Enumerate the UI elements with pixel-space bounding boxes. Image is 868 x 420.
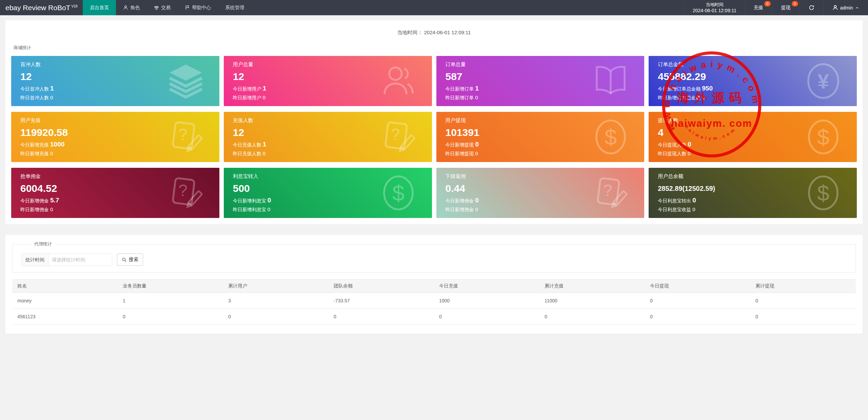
stat-line-label: 今日新增佣金 [20,198,49,203]
cell-name: money [12,293,118,309]
col-header-today-withdraw: 今日提现 [645,280,750,293]
stat-line-label: 昨日新增订单 [446,95,474,100]
col-header-total-users: 累计用户 [223,280,329,293]
cell-salesman-count: 0 [118,309,223,325]
stat-card-sub-commission: 下级返佣 0.44 今日新增佣金0 昨日新增佣金0 [436,168,645,218]
stat-card-user-recharge: 用户充值 119920.58 今日新增充值1000 昨日新增充值0 [11,112,219,162]
username: admin [840,5,853,11]
table-row: 4561123 0 0 0 0 0 0 0 [12,309,856,325]
withdraw-label: 提现 [781,5,791,11]
stat-line-value: 0 [692,197,696,204]
stat-line-label: 今日新增用户 [233,86,261,92]
cell-name: 4561123 [12,309,118,325]
stat-line-label: 昨日新增充值 [20,151,49,156]
stat-line-label: 今日利息宝收益 [658,207,691,212]
cell-total-recharge: 11000 [539,293,645,309]
stat-time-input[interactable] [48,254,112,266]
withdraw-button[interactable]: 提现 0 [772,0,800,15]
layers-icon [167,63,204,99]
nav-item-trade[interactable]: 交易 [147,0,178,15]
stat-card-first-recharge-users: 首冲人数 12 今日首冲人数1 昨日首冲人数0 [11,56,219,106]
agent-stats-fieldset: 代理统计 统计时间 搜索 [12,241,856,273]
stat-line-value: 1 [50,85,54,92]
stat-line-label: 昨日新增佣金 [20,207,49,212]
stat-card-interest-in: 利息宝转入 500 今日新增利息宝0 昨日新增利息宝0 [224,168,432,218]
stat-line-label: 昨日新增佣金 [446,207,474,212]
doc-edit-icon [380,119,417,155]
table-row: money 1 3 -733.57 1000 11000 0 0 [12,293,856,309]
stat-line-label: 今日提现人数 [658,142,686,147]
local-time-value: 2024-06-01 12:09:11 [693,7,736,14]
stat-line-value: 0 [702,95,705,100]
stat-line-value: 0 [688,151,690,156]
stat-card-withdraw-users: 提现人数 4 今日提现人数0 昨日提现人数0 [649,112,857,162]
local-time-line: 当地时间： 2024-06-01 12:09:11 [5,20,863,36]
scales-icon [154,5,159,10]
local-time-block: 当地时间 2024-06-01 12:09:11 [684,0,745,15]
doc-edit-icon [167,175,204,211]
search-button-label: 搜索 [129,257,138,263]
stat-line-value: 0 [688,141,691,148]
stat-line-label: 今日新增订单总金额 [658,86,701,92]
recharge-badge: 0 [764,1,771,6]
doc-edit-icon [592,175,629,211]
cell-total-withdraw: 0 [750,309,856,325]
stat-line-value: 0 [475,151,478,156]
col-header-name: 姓名 [12,280,118,293]
book-icon [592,63,629,99]
mall-stats-panel: 当地时间： 2024-06-01 12:09:11 商城统计 首冲人数 12 今… [5,20,863,224]
search-button[interactable]: 搜索 [117,254,143,266]
stat-card-total-users: 用户总量 12 今日新增用户1 昨日新增用户0 [224,56,432,106]
stat-line-value: 0 [263,151,265,156]
cell-total-withdraw: 0 [750,293,856,309]
nav-item-help[interactable]: 帮助中心 [178,0,218,15]
cell-team-balance: -733.57 [329,293,434,309]
topbar: ebay Review RoBoT V18 后台首页 角色 交易 帮助中心 系统… [0,0,868,15]
recharge-label: 充值 [754,5,763,11]
stat-line-value: 0 [50,151,53,156]
stat-line-label: 今日首冲人数 [20,86,49,92]
stat-cards-grid: 首冲人数 12 今日首冲人数1 昨日首冲人数0 用户总量 12 今日新增用户1 … [11,56,857,218]
nav-item-roles[interactable]: 角色 [116,0,147,15]
nav-item-label: 交易 [161,5,171,11]
stat-line-label: 昨日充值人数 [233,151,261,156]
stat-line-value: 0 [692,206,695,212]
stat-line-value: 0 [475,197,479,204]
nav-item-system[interactable]: 系统管理 [218,0,251,15]
stat-line-label: 昨日新增用户 [233,95,261,100]
stat-line-label: 昨日新增提现 [446,151,474,156]
nav-item-label: 帮助中心 [192,5,211,11]
col-header-salesman-count: 业务员数量 [118,280,223,293]
stat-card-user-withdraw: 用户提现 101391 今日新增提现0 昨日新增提现0 [436,112,645,162]
recharge-button[interactable]: 充值 0 [745,0,772,15]
stat-line-label: 昨日首冲人数 [20,95,49,100]
stat-card-recharge-users: 充值人数 12 今日充值人数1 昨日充值人数0 [224,112,432,162]
col-header-today-recharge: 今日充值 [434,280,539,293]
stat-card-order-commission: 抢单佣金 6004.52 今日新增佣金5.7 昨日新增佣金0 [11,168,219,218]
stat-line-value: 1 [263,85,267,92]
cell-total-users: 0 [223,309,329,325]
user-menu[interactable]: admin [823,0,868,15]
stat-line-value: 1 [263,141,267,148]
stat-line-value: 0 [475,141,479,148]
nav-item-label: 角色 [130,5,140,11]
refresh-button[interactable] [800,0,823,15]
cell-today-withdraw: 0 [645,309,750,325]
cell-total-recharge: 0 [539,309,645,325]
user-icon [123,5,128,10]
main-nav: 后台首页 角色 交易 帮助中心 系统管理 [83,0,251,15]
local-time-line-label: 当地时间： [397,29,422,35]
dollar-circle-icon [592,119,629,155]
nav-item-dashboard[interactable]: 后台首页 [83,0,116,15]
agent-table-header-row: 姓名 业务员数量 累计用户 团队余额 今日充值 累计充值 今日提现 累计提现 [12,280,856,293]
cell-today-withdraw: 0 [645,293,750,309]
section-title: 商城统计 [14,45,863,51]
topbar-right: 当地时间 2024-06-01 12:09:11 充值 0 提现 0 admin [684,0,868,15]
chevron-up-icon [855,6,859,10]
app-logo-version: V18 [71,4,77,8]
withdraw-badge: 0 [792,1,798,6]
stat-line-value: 5.7 [50,197,59,204]
cell-salesman-count: 1 [118,293,223,309]
stat-line-label: 今日新增订单 [446,86,474,92]
users-icon [380,63,417,99]
